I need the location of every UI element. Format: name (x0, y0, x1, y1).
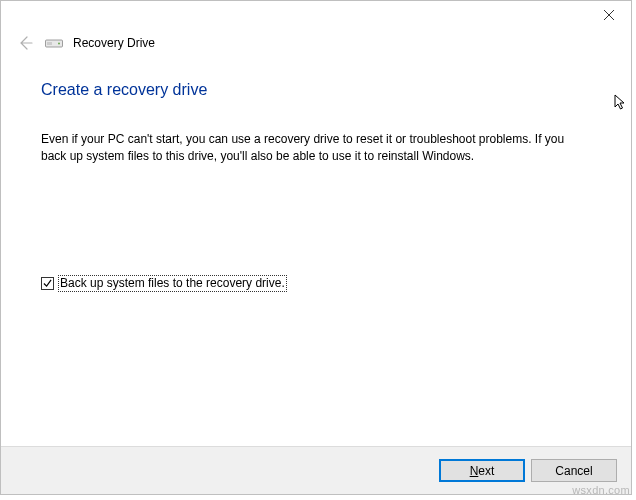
svg-rect-4 (47, 42, 52, 45)
back-arrow-icon (17, 35, 33, 51)
cancel-button[interactable]: Cancel (531, 459, 617, 482)
back-button[interactable] (15, 33, 35, 53)
next-underline: N (470, 464, 479, 478)
svg-point-3 (58, 43, 60, 45)
close-button[interactable] (586, 1, 631, 29)
watermark-text: wsxdn.com (572, 484, 630, 496)
content-area: Create a recovery drive Even if your PC … (1, 63, 631, 446)
header-title: Recovery Drive (73, 36, 155, 50)
backup-checkbox[interactable] (41, 277, 54, 290)
body-text: Even if your PC can't start, you can use… (41, 131, 571, 165)
titlebar (1, 1, 631, 31)
wizard-window: Recovery Drive Create a recovery drive E… (0, 0, 632, 495)
footer-bar: Next Cancel (1, 446, 631, 494)
header-row: Recovery Drive (1, 31, 631, 63)
close-icon (604, 10, 614, 20)
backup-checkbox-row[interactable]: Back up system files to the recovery dri… (41, 275, 591, 293)
backup-checkbox-label: Back up system files to the recovery dri… (58, 275, 287, 293)
checkmark-icon (43, 279, 52, 288)
drive-icon (45, 36, 63, 50)
next-button[interactable]: Next (439, 459, 525, 482)
page-heading: Create a recovery drive (41, 81, 591, 99)
next-rest: ext (478, 464, 494, 478)
